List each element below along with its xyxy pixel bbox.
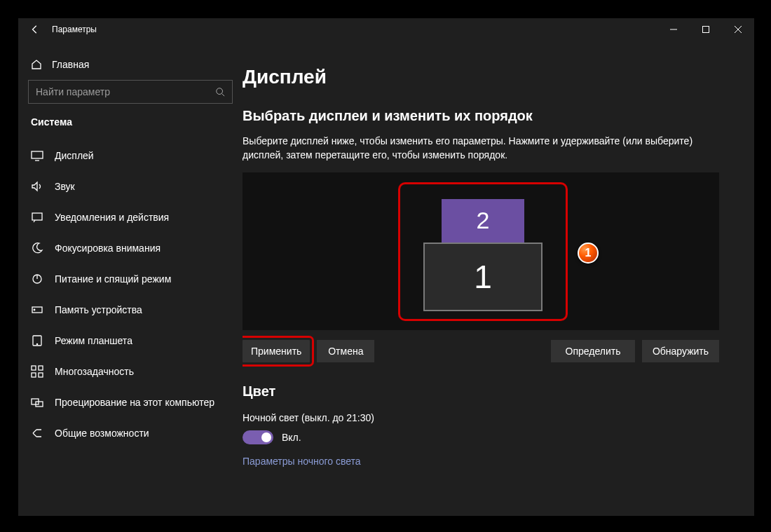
marker-1-text: 1 [585, 247, 592, 259]
notification-icon [31, 211, 43, 224]
minimize-icon [670, 26, 677, 33]
display-icon [31, 149, 43, 162]
sidebar-item-multitasking[interactable]: Многозадачность [28, 356, 233, 387]
color-heading: Цвет [243, 383, 737, 400]
sidebar-home-label: Главная [52, 59, 89, 70]
svg-rect-0 [703, 27, 709, 33]
sidebar-item-sound[interactable]: Звук [28, 171, 233, 202]
window-title: Параметры [52, 25, 97, 34]
sidebar-item-power[interactable]: Питание и спящий режим [28, 264, 233, 294]
settings-window: Параметры Главная Система [18, 18, 754, 516]
monitor-1-label: 1 [474, 258, 492, 296]
arrange-heading: Выбрать дисплеи и изменить их порядок [243, 108, 737, 124]
home-icon [31, 59, 42, 70]
sidebar-item-storage[interactable]: Память устройства [28, 294, 233, 325]
toggle-knob [261, 432, 271, 442]
svg-point-6 [34, 309, 35, 311]
nav-label: Проецирование на этот компьютер [55, 397, 214, 408]
monitor-1[interactable]: 1 [423, 243, 543, 311]
shared-icon [31, 427, 43, 439]
monitor-2[interactable]: 2 [442, 199, 524, 243]
nav-label: Звук [55, 181, 75, 192]
nav-label: Режим планшета [55, 335, 132, 346]
nav-label: Общие возможности [55, 428, 149, 439]
sidebar-item-projecting[interactable]: Проецирование на этот компьютер [28, 387, 233, 418]
svg-rect-12 [39, 373, 43, 377]
tablet-icon [31, 334, 43, 347]
svg-rect-10 [39, 366, 43, 370]
nav-label: Уведомления и действия [55, 212, 169, 223]
svg-rect-9 [32, 366, 36, 370]
display-arranger[interactable]: 2 1 1 [243, 172, 719, 330]
sidebar-section-label: Система [28, 116, 233, 140]
detect-button[interactable]: Обнаружить [642, 340, 719, 362]
apply-button[interactable]: Применить [243, 340, 310, 362]
search-icon [215, 87, 225, 97]
night-light-toggle-row: Вкл. [243, 430, 737, 444]
arrow-left-icon [30, 25, 40, 34]
identify-button[interactable]: Определить [551, 340, 635, 362]
sidebar-item-notifications[interactable]: Уведомления и действия [28, 202, 233, 233]
multitask-icon [31, 365, 43, 378]
window-body: Главная Система Дисплей Звук Уведомления… [18, 41, 754, 516]
search-input[interactable] [36, 86, 215, 97]
night-light-status: Ночной свет (выкл. до 21:30) [243, 412, 737, 423]
sidebar-item-focus[interactable]: Фокусировка внимания [28, 233, 233, 264]
night-light-toggle[interactable] [243, 430, 273, 444]
moon-icon [31, 242, 43, 254]
power-icon [31, 273, 43, 285]
svg-rect-3 [32, 213, 42, 220]
arrange-description: Выберите дисплей ниже, чтобы изменить ег… [243, 134, 719, 163]
nav-label: Питание и спящий режим [55, 273, 171, 285]
sidebar: Главная Система Дисплей Звук Уведомления… [18, 41, 243, 516]
close-icon [735, 26, 742, 33]
project-icon [31, 396, 43, 409]
storage-icon [31, 303, 43, 316]
maximize-icon [702, 26, 709, 33]
monitor-2-label: 2 [477, 207, 490, 234]
night-light-settings-link[interactable]: Параметры ночного света [243, 456, 737, 467]
nav-label: Память устройства [55, 304, 142, 315]
content-area: Дисплей Выбрать дисплеи и изменить их по… [243, 41, 754, 516]
arrange-button-row: 2 Применить Отмена Определить Обнаружить [243, 340, 719, 362]
nav-label: Дисплей [55, 150, 94, 161]
minimize-button[interactable] [657, 18, 690, 41]
toggle-label: Вкл. [282, 432, 301, 443]
svg-rect-2 [32, 151, 43, 158]
svg-rect-11 [32, 373, 36, 377]
nav-label: Многозадачность [55, 366, 134, 377]
page-title: Дисплей [243, 66, 737, 88]
search-box[interactable] [28, 80, 233, 104]
annotation-marker-1: 1 [578, 243, 599, 264]
close-button[interactable] [722, 18, 754, 41]
sidebar-item-shared[interactable]: Общие возможности [28, 418, 233, 449]
titlebar: Параметры [18, 18, 754, 41]
back-button[interactable] [18, 18, 52, 41]
svg-point-8 [36, 343, 37, 344]
sound-icon [31, 180, 43, 193]
nav-label: Фокусировка внимания [55, 243, 161, 254]
sidebar-item-tablet[interactable]: Режим планшета [28, 325, 233, 356]
window-controls [657, 18, 754, 41]
sidebar-home[interactable]: Главная [28, 55, 233, 80]
maximize-button[interactable] [690, 18, 722, 41]
sidebar-item-display[interactable]: Дисплей [28, 140, 233, 171]
cancel-button[interactable]: Отмена [317, 340, 374, 362]
svg-point-1 [217, 88, 223, 95]
